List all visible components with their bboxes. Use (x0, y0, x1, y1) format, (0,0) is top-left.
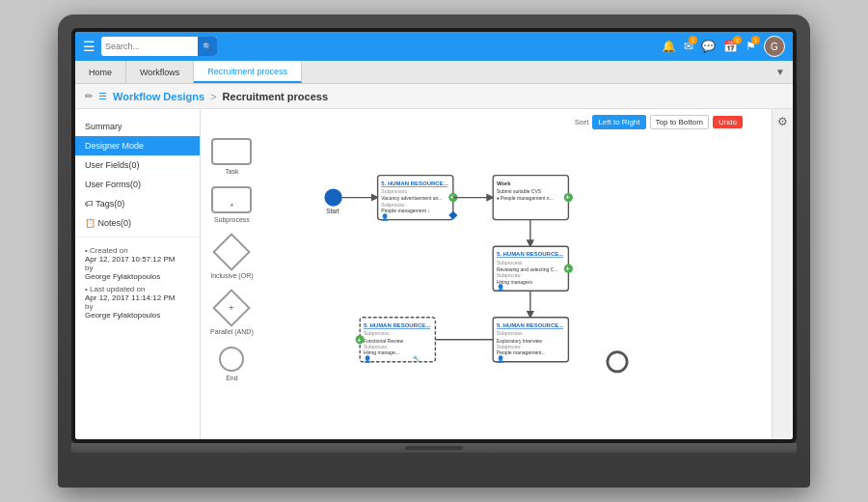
svg-text:5. HUMAN RESOURCE...: 5. HUMAN RESOURCE... (497, 322, 564, 328)
svg-text:+: + (357, 337, 361, 344)
svg-text:Subproces:: Subproces: (497, 344, 522, 349)
svg-text:People management ↓: People management ↓ (381, 208, 430, 213)
gear-icon[interactable]: ⚙ (777, 115, 788, 128)
sidebar-item-notes[interactable]: 📋 Notes(0) (75, 213, 200, 233)
hr1-node (378, 176, 453, 220)
svg-text:+: + (566, 194, 570, 201)
sidebar-item-userfields[interactable]: User Fields(0) (75, 155, 200, 175)
edit-icon[interactable]: ✏ (85, 91, 93, 101)
canvas-area: Sort Left to Right Top to Bottom Undo Ta… (201, 109, 772, 439)
svg-text:♦ People management o...: ♦ People management o... (497, 195, 554, 201)
sidebar-meta-created: • Created on Apr 12, 2017 10:57:12 PM by… (75, 241, 200, 324)
hr2-node (493, 246, 568, 291)
envelope-badge: 1 (689, 36, 697, 44)
nav-bar: Home Workflows Recruitment process ▼ (75, 61, 793, 84)
main-content: Summary Designer Mode User Fields(0) Use… (75, 109, 793, 439)
svg-text:🔧: 🔧 (413, 355, 421, 363)
svg-text:Hiring manage...: Hiring manage... (364, 349, 399, 355)
tab-recruitment[interactable]: Recruitment process (194, 61, 302, 83)
svg-text:👤: 👤 (497, 355, 505, 363)
svg-point-39 (356, 335, 365, 344)
svg-text:Functional Review: Functional Review (364, 338, 404, 344)
calendar-badge: 2 (733, 36, 742, 44)
svg-text:Reviewing and selecting C...: Reviewing and selecting C... (497, 266, 558, 272)
top-bar: ☰ 🔍 🔔 ✉ 1 💬 📅 2 (75, 32, 793, 61)
svg-text:Subprocess: Subprocess (497, 330, 523, 336)
tab-workflows[interactable]: Workflows (126, 61, 194, 83)
inclusive-shape (213, 233, 252, 271)
svg-text:5. HUMAN RESOURCE...: 5. HUMAN RESOURCE... (381, 181, 448, 186)
svg-point-14 (564, 193, 573, 202)
breadcrumb-current: Recruitment process (223, 91, 328, 102)
subprocess-label: Subprocess (214, 216, 250, 223)
svg-text:Subprocess: Subprocess (364, 330, 390, 336)
svg-text:Work: Work (497, 181, 511, 186)
sort-top-bottom[interactable]: Top to Bottom (650, 115, 709, 129)
bell-icon[interactable]: 🔔 (662, 40, 676, 53)
screen-bezel: ☰ 🔍 🔔 ✉ 1 💬 📅 2 (71, 28, 797, 443)
avatar[interactable]: G (764, 36, 785, 57)
sidebar-item-summary[interactable]: Summary (75, 117, 200, 136)
svg-text:Hiring managers: Hiring managers (497, 279, 533, 285)
breadcrumb-parent[interactable]: Workflow Designs (113, 91, 204, 102)
shapes-panel: Task Subprocess Inclusive (OR) (210, 138, 254, 381)
svg-text:Subproces:: Subproces: (364, 344, 389, 349)
list-icon[interactable]: ☰ (98, 91, 107, 101)
workflow-diagram: Start 5. HUMAN RESOURCE... Subprocess Va… (307, 126, 750, 437)
top-bar-icons: 🔔 ✉ 1 💬 📅 2 ⚑ 1 G (662, 36, 785, 57)
svg-text:👤: 👤 (381, 213, 390, 221)
shape-inclusive[interactable]: Inclusive (OR) (210, 235, 253, 279)
task-label: Task (225, 168, 238, 175)
laptop-base (71, 443, 797, 453)
svg-text:Vacancy advertisement an...: Vacancy advertisement an... (381, 195, 442, 201)
start-node (324, 188, 341, 206)
svg-text:Subproces:: Subproces: (497, 272, 522, 278)
svg-text:5. HUMAN RESOURCE...: 5. HUMAN RESOURCE... (364, 322, 431, 328)
shape-subprocess[interactable]: Subprocess (211, 186, 252, 223)
svg-text:People management...: People management... (497, 349, 546, 355)
parallel-shape (213, 289, 252, 327)
svg-text:Subproces:: Subproces: (381, 202, 406, 208)
svg-point-23 (564, 265, 573, 273)
nav-arrow[interactable]: ▼ (768, 67, 793, 77)
svg-text:Subprocess: Subprocess (381, 188, 407, 194)
sidebar-item-designer[interactable]: Designer Mode (75, 136, 200, 155)
svg-text:Exploratory Interview: Exploratory Interview (497, 338, 542, 344)
svg-text:5. HUMAN RESOURCE...: 5. HUMAN RESOURCE... (497, 251, 564, 257)
tab-home[interactable]: Home (75, 61, 126, 83)
svg-point-8 (448, 193, 457, 202)
shape-parallel[interactable]: Parallel (AND) (210, 291, 254, 335)
sidebar-item-userforms[interactable]: User Forms(0) (75, 175, 200, 194)
shape-task[interactable]: Task (211, 138, 252, 175)
svg-text:👤: 👤 (364, 355, 372, 363)
search-button[interactable]: 🔍 (198, 37, 217, 56)
calendar-icon[interactable]: 📅 2 (723, 40, 738, 53)
search-bar: 🔍 (101, 37, 217, 56)
svg-text:Subprocess: Subprocess (497, 260, 523, 265)
work-node (493, 176, 568, 220)
settings-panel: ⚙ (772, 109, 793, 439)
subprocess-shape (211, 186, 252, 213)
sidebar-divider (75, 237, 200, 237)
end-label: End (226, 375, 237, 381)
svg-text:Submit suitable CVS: Submit suitable CVS (497, 188, 542, 194)
hamburger-icon[interactable]: ☰ (83, 39, 95, 54)
search-input[interactable] (101, 42, 198, 51)
task-shape (211, 138, 252, 165)
flag-icon[interactable]: ⚑ 1 (746, 40, 756, 53)
laptop-body: ☰ 🔍 🔔 ✉ 1 💬 📅 2 (58, 14, 810, 488)
main-wrapper: ✏ ☰ Workflow Designs > Recruitment proce… (75, 84, 793, 439)
sidebar-item-tags[interactable]: 🏷 Tags(0) (75, 194, 200, 213)
undo-button[interactable]: Undo (713, 116, 743, 128)
comment-icon[interactable]: 💬 (701, 40, 716, 53)
end-shape (219, 347, 244, 372)
shape-end[interactable]: End (219, 347, 244, 381)
envelope-icon[interactable]: ✉ 1 (684, 40, 693, 53)
diamond-marker-hr1 (448, 210, 457, 219)
sort-label: Sort (575, 118, 589, 126)
svg-text:👤: 👤 (497, 284, 505, 292)
inclusive-label: Inclusive (OR) (210, 272, 253, 279)
svg-text:Start: Start (326, 208, 339, 214)
parallel-label: Parallel (AND) (210, 328, 254, 335)
sort-left-right[interactable]: Left to Right (592, 115, 645, 129)
